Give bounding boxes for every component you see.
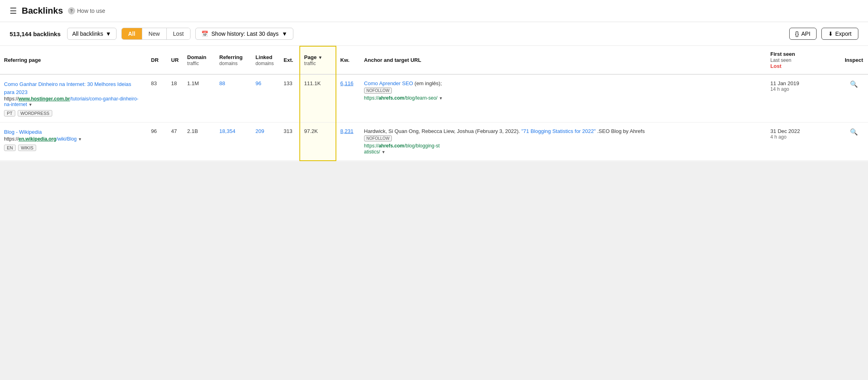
td-inspect-1: 🔍 — [840, 74, 868, 123]
tab-new[interactable]: New — [142, 28, 167, 39]
target-url-link-1[interactable]: https://ahrefs.com/blog/learn-seo/ — [364, 95, 439, 101]
td-linked-domains-1: 96 — [252, 74, 280, 123]
api-button[interactable]: {} API — [789, 28, 817, 40]
th-domain-traffic: Domaintraffic — [183, 46, 215, 74]
td-anchor-1: Como Aprender SEO (em inglês); NOFOLLOW … — [360, 74, 766, 123]
tag-wikis-2: WIKIS — [18, 145, 36, 151]
how-to-use-link[interactable]: ? How to use — [68, 7, 105, 14]
history-label: Show history: Last 30 days — [211, 31, 278, 37]
anchor-link-1[interactable]: Como Aprender SEO — [364, 80, 413, 86]
menu-icon[interactable]: ☰ — [10, 6, 17, 16]
td-ur-1: 18 — [167, 74, 183, 123]
th-referring-domains: Referringdomains — [215, 46, 252, 74]
export-button[interactable]: ⬇ Export — [821, 28, 858, 40]
backlinks-count: 513,144 backlinks — [10, 31, 61, 37]
th-referring-page: Referring page — [0, 46, 147, 74]
url-expand-icon-1[interactable]: ▼ — [29, 102, 33, 107]
anchor-expand-icon-2[interactable]: ▼ — [381, 150, 385, 154]
td-ext-1: 133 — [280, 74, 300, 123]
anchor-expand-icon-1[interactable]: ▼ — [439, 96, 443, 100]
th-linked-domains: Linkeddomains — [252, 46, 280, 74]
nofollow-badge-1: NOFOLLOW — [364, 88, 392, 94]
th-kw: Kw. — [336, 46, 360, 74]
td-referring-page-2: Blog - Wikipedia https://en.wikipedia.or… — [0, 123, 147, 161]
kw-link-2[interactable]: 8,231 — [340, 128, 354, 134]
td-kw-2: 8,231 — [336, 123, 360, 161]
filter-label: All backlinks — [72, 31, 103, 37]
tab-all[interactable]: All — [122, 28, 142, 39]
export-icon: ⬇ — [828, 31, 833, 37]
tag-pt-1: PT — [4, 110, 15, 116]
table-header-row: Referring page DR UR Domaintraffic Refer… — [0, 46, 868, 74]
tab-group: All New Lost — [121, 28, 190, 40]
td-page-traffic-1: 111.1K — [300, 74, 336, 123]
th-ur: UR — [167, 46, 183, 74]
dropdown-arrow-icon: ▼ — [106, 31, 111, 37]
help-circle-icon: ? — [68, 7, 75, 14]
nofollow-badge-2: NOFOLLOW — [364, 135, 392, 141]
anchor-before-2: Hardwick, Si Quan Ong, Rebecca Liew, Jos… — [364, 128, 522, 134]
td-anchor-2: Hardwick, Si Quan Ong, Rebecca Liew, Jos… — [360, 123, 766, 161]
referring-domains-link-1[interactable]: 88 — [219, 80, 225, 86]
url-expand-icon-2[interactable]: ▼ — [78, 137, 82, 141]
td-referring-page-1: Como Ganhar Dinheiro na Internet: 30 Mel… — [0, 74, 147, 123]
how-to-use-label: How to use — [77, 8, 105, 14]
td-first-seen-2: 31 Dec 2022 4 h ago — [766, 123, 840, 161]
history-button[interactable]: 📅 Show history: Last 30 days ▼ — [195, 28, 293, 40]
td-domain-traffic-1: 1.1M — [183, 74, 215, 123]
kw-link-1[interactable]: 6,116 — [340, 80, 354, 86]
th-dr: DR — [147, 46, 167, 74]
tag-wordpress-1: WORDPRESS — [18, 110, 52, 116]
table-container: Referring page DR UR Domaintraffic Refer… — [0, 46, 868, 161]
th-first-seen: First seen Last seen Lost — [766, 46, 840, 74]
td-inspect-2: 🔍 — [840, 123, 868, 161]
header: ☰ Backlinks ? How to use — [0, 0, 868, 22]
referring-path-link-2[interactable]: /wiki/Blog — [56, 136, 77, 142]
inspect-search-icon-1[interactable]: 🔍 — [850, 81, 858, 88]
referring-domain-link-2[interactable]: en.wikipedia.org — [18, 136, 56, 142]
url-prefix-1: https:// — [4, 96, 18, 102]
td-page-traffic-2: 97.2K — [300, 123, 336, 161]
history-arrow-icon: ▼ — [282, 31, 287, 37]
toolbar: 513,144 backlinks All backlinks ▼ All Ne… — [0, 22, 868, 46]
inspect-search-icon-2[interactable]: 🔍 — [850, 129, 858, 135]
td-first-seen-1: 11 Jan 2019 14 h ago — [766, 74, 840, 123]
td-ext-2: 313 — [280, 123, 300, 161]
table-row: Blog - Wikipedia https://en.wikipedia.or… — [0, 123, 868, 161]
backlinks-table: Referring page DR UR Domaintraffic Refer… — [0, 46, 868, 161]
url-prefix-2: https:// — [4, 136, 18, 142]
linked-domains-link-1[interactable]: 96 — [256, 80, 261, 86]
th-ext: Ext. — [280, 46, 300, 74]
api-label: API — [801, 31, 811, 37]
referring-page-link-2[interactable]: Blog - Wikipedia — [4, 129, 42, 135]
export-label: Export — [835, 31, 852, 37]
th-page-traffic[interactable]: Page ▼traffic — [300, 46, 336, 74]
td-dr-2: 96 — [147, 123, 167, 161]
table-row: Como Ganhar Dinheiro na Internet: 30 Mel… — [0, 74, 868, 123]
anchor-after-2: .SEO Blog by Ahrefs — [596, 128, 645, 134]
th-inspect: Inspect — [840, 46, 868, 74]
referring-page-link-1[interactable]: Como Ganhar Dinheiro na Internet: 30 Mel… — [4, 81, 131, 95]
td-referring-domains-1: 88 — [215, 74, 252, 123]
td-referring-domains-2: 18,354 — [215, 123, 252, 161]
anchor-quote-link-2[interactable]: "71 Blogging Statistics for 2022" — [522, 128, 596, 134]
app-container: ☰ Backlinks ? How to use 513,144 backlin… — [0, 0, 868, 380]
referring-domain-link-1[interactable]: www.hostinger.com.br — [18, 96, 70, 102]
linked-domains-link-2[interactable]: 209 — [256, 128, 264, 134]
td-dr-1: 83 — [147, 74, 167, 123]
td-ur-2: 47 — [167, 123, 183, 161]
th-anchor-url: Anchor and target URL — [360, 46, 766, 74]
td-linked-domains-2: 209 — [252, 123, 280, 161]
calendar-icon: 📅 — [201, 31, 208, 37]
tag-en-2: EN — [4, 145, 16, 151]
api-icon: {} — [795, 31, 799, 37]
filter-dropdown[interactable]: All backlinks ▼ — [67, 28, 117, 40]
td-kw-1: 6,116 — [336, 74, 360, 123]
tab-lost[interactable]: Lost — [167, 28, 190, 39]
target-url-link-2[interactable]: https://ahrefs.com/blog/blogging-statist… — [364, 143, 440, 155]
referring-domains-link-2[interactable]: 18,354 — [219, 128, 235, 134]
td-domain-traffic-2: 2.1B — [183, 123, 215, 161]
page-title: Backlinks — [22, 6, 63, 16]
